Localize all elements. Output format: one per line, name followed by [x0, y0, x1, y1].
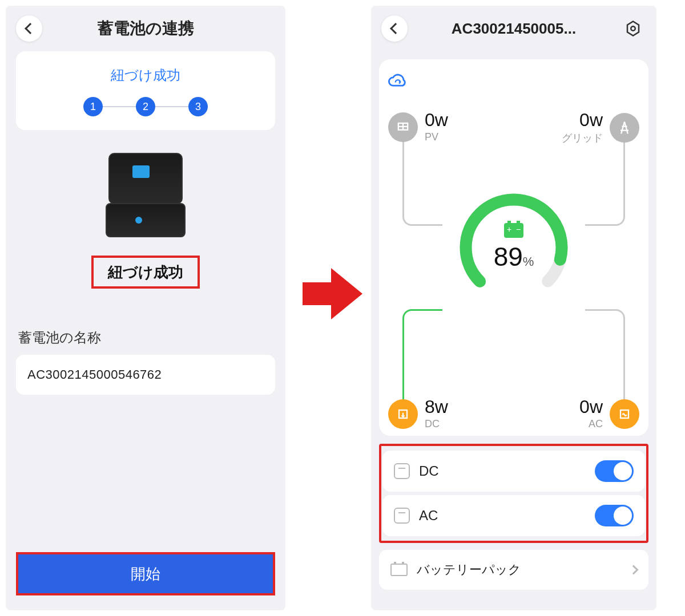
start-button-highlight: 開始 [16, 552, 275, 595]
power-flow-diagram: 0w PV 0w グリッド 8w [388, 111, 639, 430]
chevron-left-icon [25, 23, 36, 34]
back-button[interactable] [16, 15, 42, 42]
dc-toggle-label: DC [419, 463, 586, 479]
grid-watts: 0w [562, 111, 603, 129]
page-title: 蓄電池の連携 [42, 18, 249, 39]
ac-label: AC [579, 418, 603, 430]
output-toggles-highlight: DC AC [379, 444, 648, 543]
battery-icon [504, 223, 523, 238]
grid-label: グリッド [562, 131, 603, 145]
battery-pack-label: バッテリーパック [417, 561, 621, 578]
pv-input: 0w PV [388, 111, 448, 143]
ac-toggle-label: AC [419, 508, 586, 524]
dc-watts: 8w [425, 398, 448, 416]
page-title: AC30021450005... [408, 20, 620, 38]
grid-input: 0w グリッド [562, 111, 639, 145]
gear-icon [624, 20, 642, 37]
chevron-left-icon [390, 23, 401, 34]
dc-output: 8w DC [388, 398, 448, 430]
svg-point-1 [631, 26, 635, 31]
battery-pack-icon [390, 564, 408, 576]
header: 蓄電池の連携 [6, 6, 285, 51]
wire-grid [585, 140, 625, 226]
start-button[interactable]: 開始 [18, 554, 273, 593]
ac-port-icon [394, 508, 410, 524]
device-name-field[interactable]: AC3002145000546762 [16, 355, 275, 395]
dc-toggle-row: DC [382, 451, 645, 492]
ac-output: 0w AC [579, 398, 639, 430]
steps-title: 紐づけ成功 [27, 66, 264, 84]
pv-label: PV [425, 131, 448, 143]
grid-tower-icon [610, 113, 639, 143]
dc-port-icon [394, 463, 410, 479]
dc-output-icon [388, 399, 418, 429]
ac-toggle-row: AC [382, 495, 645, 536]
ac-output-icon [610, 399, 639, 429]
chevron-right-icon [629, 565, 639, 575]
dc-toggle-switch[interactable] [595, 460, 634, 482]
step-3: 3 [188, 97, 208, 116]
pv-watts: 0w [425, 111, 448, 129]
battery-pack-row[interactable]: バッテリーパック [379, 550, 648, 590]
ac-watts: 0w [579, 398, 603, 416]
device-name-label: 蓄電池の名称 [18, 329, 273, 347]
ac-toggle-switch[interactable] [595, 505, 634, 526]
device-image [103, 153, 188, 244]
arrow-right-icon [303, 268, 365, 319]
battery-gauge: 89% [454, 188, 574, 307]
wire-pv [402, 140, 442, 226]
header: AC30021450005... [371, 6, 656, 51]
steps-row: 1 2 3 [27, 97, 264, 116]
wire-ac [585, 309, 625, 400]
step-2: 2 [136, 97, 155, 116]
solar-panel-icon [388, 112, 418, 142]
settings-button[interactable] [620, 15, 646, 42]
percent-symbol: % [523, 254, 534, 269]
battery-percent-value: 89 [494, 242, 523, 271]
wire-dc [402, 309, 442, 400]
power-flow-card: 0w PV 0w グリッド 8w [379, 59, 648, 436]
cloud-sync-icon [388, 72, 408, 91]
svg-marker-0 [627, 22, 639, 36]
progress-steps-card: 紐づけ成功 1 2 3 [16, 51, 275, 130]
device-status-screen: AC30021450005... 0w [371, 6, 656, 610]
dc-label: DC [425, 418, 448, 430]
pairing-screen: 蓄電池の連携 紐づけ成功 1 2 3 紐づけ成功 蓄電池の名称 AC300214… [6, 6, 285, 610]
pairing-success-badge: 紐づけ成功 [91, 256, 200, 289]
back-button[interactable] [381, 15, 408, 42]
step-1: 1 [83, 97, 103, 116]
